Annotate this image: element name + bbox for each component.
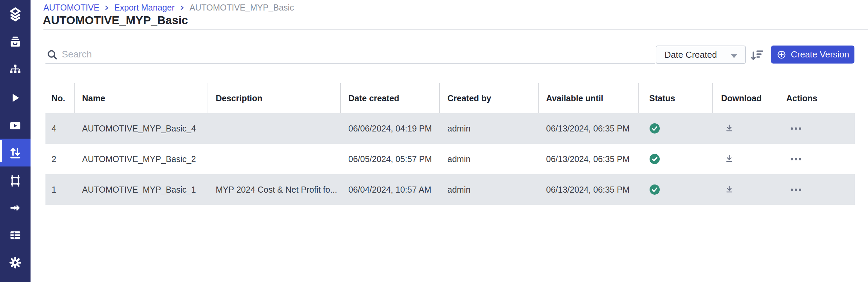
row-status [639,113,713,144]
row-name: AUTOMOTIVE_MYP_Basic_4 [75,113,208,144]
sort-direction-button[interactable] [749,48,765,63]
row-created-by: admin [440,144,539,174]
archive-icon [9,36,22,49]
col-header-available-until[interactable]: Available until [539,83,639,113]
page-title: AUTOMOTIVE_MYP_Basic [43,14,188,27]
row-created-by: admin [440,113,539,144]
stack-logo-icon[interactable] [0,3,31,27]
versions-table: No. Name Description Date created Create… [45,83,855,205]
col-header-no[interactable]: No. [45,83,75,113]
row-description [208,144,341,174]
plus-circle-icon [776,50,787,60]
sort-descending-icon [750,49,764,61]
download-icon [724,184,734,195]
export-manager-icon [8,146,22,159]
sidebar-item-hierarchy[interactable] [0,56,31,84]
play-icon [9,92,21,104]
table-row[interactable]: 2 AUTOMOTIVE_MYP_Basic_2 06/05/2024, 05:… [45,144,855,174]
row-name: AUTOMOTIVE_MYP_Basic_2 [75,144,208,174]
table-header-row: No. Name Description Date created Create… [45,83,855,113]
row-available-until: 06/13/2024, 06:35 PM [539,113,639,144]
download-icon [724,154,734,164]
sidebar [0,0,31,282]
video-icon [9,119,22,132]
search-input[interactable] [62,48,638,61]
chevron-right-icon [179,5,185,11]
artboard-icon [8,174,22,188]
header-divider [43,29,868,30]
table-row[interactable]: 1 AUTOMOTIVE_MYP_Basic_1 MYP 2024 Cost &… [45,174,855,205]
breadcrumb: AUTOMOTIVE Export Manager AUTOMOTIVE_MYP… [43,3,294,13]
sidebar-item-export-manager[interactable] [0,139,31,166]
row-description: MYP 2024 Cost & Net Profit fo... [208,174,341,205]
search-icon [46,49,58,61]
row-name: AUTOMOTIVE_MYP_Basic_1 [75,174,208,205]
active-indicator [0,140,2,162]
flow-icon [9,201,22,214]
row-actions-menu-button[interactable] [791,127,801,130]
col-header-description[interactable]: Description [208,83,341,113]
hierarchy-icon [9,64,22,76]
sidebar-item-flow[interactable] [0,194,31,222]
download-icon [724,123,734,134]
create-version-label: Create Version [791,49,849,60]
row-no: 4 [45,113,75,144]
col-header-actions[interactable]: Actions [778,83,855,113]
row-date-created: 06/04/2024, 10:57 AM [341,174,440,205]
sort-field-value: Date Created [656,50,717,60]
table-row[interactable]: 4 AUTOMOTIVE_MYP_Basic_4 06/06/2024, 04:… [45,113,855,144]
status-success-icon [649,154,660,164]
chevron-down-icon [731,54,737,58]
col-header-download[interactable]: Download [713,83,778,113]
sidebar-item-artboard[interactable] [0,167,31,194]
download-button[interactable] [724,184,734,195]
row-date-created: 06/06/2024, 04:19 PM [341,113,440,144]
row-actions-menu-button[interactable] [791,158,801,160]
chevron-right-icon [104,5,110,11]
sidebar-item-run[interactable] [0,84,31,111]
create-version-button[interactable]: Create Version [771,46,854,64]
col-header-date-created[interactable]: Date created [341,83,440,113]
col-header-status[interactable]: Status [639,83,713,113]
row-date-created: 06/05/2024, 05:57 PM [341,144,440,174]
status-success-icon [649,184,660,195]
download-button[interactable] [724,154,734,164]
download-button[interactable] [724,123,734,134]
row-available-until: 06/13/2024, 06:35 PM [539,174,639,205]
col-header-created-by[interactable]: Created by [440,83,539,113]
row-description [208,113,341,144]
row-no: 2 [45,144,75,174]
settings-icon [8,256,22,269]
sidebar-item-media[interactable] [0,112,31,139]
sidebar-item-archive[interactable] [0,29,31,56]
table-icon [9,229,22,242]
breadcrumb-link-export-manager[interactable]: Export Manager [114,3,175,13]
row-status [639,144,713,174]
row-no: 1 [45,174,75,205]
row-actions-menu-button[interactable] [791,189,801,191]
status-success-icon [649,123,660,134]
col-header-name[interactable]: Name [75,83,208,113]
sidebar-item-settings[interactable] [0,249,31,276]
row-status [639,174,713,205]
search-bar [45,46,655,64]
row-created-by: admin [440,174,539,205]
breadcrumb-link-automotive[interactable]: AUTOMOTIVE [43,3,99,13]
breadcrumb-current: AUTOMOTIVE_MYP_Basic [190,3,294,13]
sort-field-dropdown[interactable]: Date Created [656,46,746,64]
sidebar-item-tables[interactable] [0,222,31,249]
row-available-until: 06/13/2024, 06:35 PM [539,144,639,174]
